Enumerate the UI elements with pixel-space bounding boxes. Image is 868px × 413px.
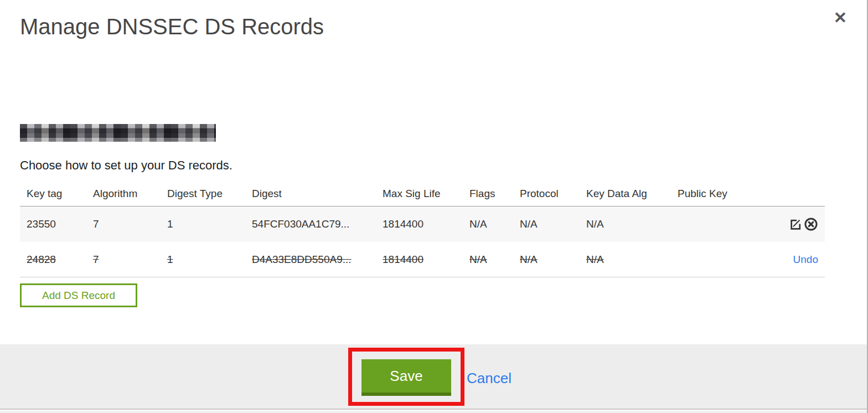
column-header-protocol: Protocol (513, 188, 580, 200)
cell-digest-type: 1 (161, 254, 245, 266)
ds-record-row-deleted: 24828 7 1 D4A33E8DD550A9... 1814400 N/A … (20, 242, 825, 277)
cell-algorithm: 7 (86, 254, 161, 266)
column-header-flags: Flags (463, 188, 513, 200)
row-actions (779, 217, 825, 231)
cell-key-data-alg: N/A (580, 218, 671, 230)
cell-digest: D4A33E8DD550A9... (245, 254, 376, 266)
column-header-public-key: Public Key (671, 188, 779, 200)
column-header-key-tag: Key tag (20, 188, 86, 200)
close-icon[interactable]: ✕ (834, 10, 847, 26)
cell-max-sig-life: 1814400 (376, 254, 463, 266)
column-header-digest: Digest (245, 188, 376, 200)
column-header-max-sig-life: Max Sig Life (376, 188, 463, 200)
cell-digest-type: 1 (161, 218, 245, 230)
cell-algorithm: 7 (86, 218, 161, 230)
cell-max-sig-life: 1814400 (376, 218, 463, 230)
save-button[interactable]: Save (361, 359, 451, 396)
cell-key-tag: 24828 (20, 254, 86, 266)
edit-record-icon[interactable] (788, 217, 803, 231)
ds-record-row-active: 23550 7 1 54FCF030AA1C79... 1814400 N/A … (20, 206, 825, 242)
remove-record-icon[interactable] (804, 217, 818, 231)
page-title: Manage DNSSEC DS Records (20, 14, 324, 39)
instructions-text: Choose how to set up your DS records. (20, 158, 232, 173)
cell-protocol: N/A (513, 218, 580, 230)
cell-flags: N/A (463, 254, 513, 266)
redacted-domain-name (20, 124, 216, 142)
manage-dnssec-modal: Manage DNSSEC DS Records ✕ Choose how to… (0, 0, 868, 413)
undo-link[interactable]: Undo (793, 254, 818, 266)
cell-digest: 54FCF030AA1C79... (245, 218, 376, 230)
add-ds-record-button[interactable]: Add DS Record (20, 283, 137, 307)
cell-protocol: N/A (513, 254, 580, 266)
footer-edge (0, 411, 867, 413)
cell-key-tag: 23550 (20, 218, 86, 230)
column-header-key-data-alg: Key Data Alg (580, 188, 671, 200)
column-header-algorithm: Algorithm (86, 188, 161, 200)
cancel-link[interactable]: Cancel (467, 370, 512, 387)
cell-flags: N/A (463, 218, 513, 230)
table-header-row: Key tag Algorithm Digest Type Digest Max… (20, 182, 825, 206)
column-header-digest-type: Digest Type (161, 188, 245, 200)
row-actions: Undo (779, 254, 825, 266)
cell-key-data-alg: N/A (580, 254, 671, 266)
ds-records-table: Key tag Algorithm Digest Type Digest Max… (20, 182, 825, 277)
